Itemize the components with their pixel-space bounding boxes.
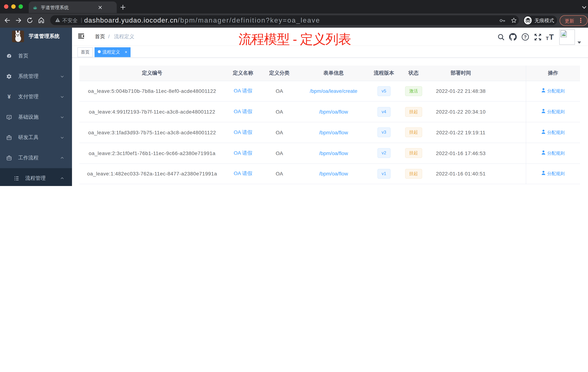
svg-text:?: ? — [524, 34, 526, 40]
